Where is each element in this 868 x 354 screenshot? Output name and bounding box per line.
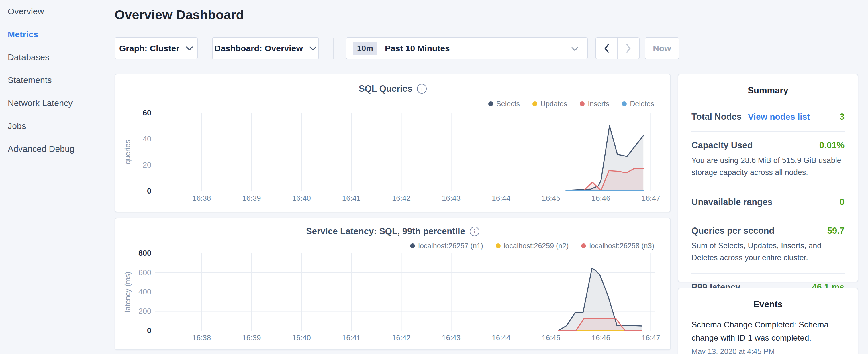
svg-text:16:44: 16:44 bbox=[492, 333, 510, 342]
svg-text:16:41: 16:41 bbox=[342, 194, 361, 202]
summary-row: Unavailable ranges0 bbox=[691, 188, 844, 217]
svg-text:16:45: 16:45 bbox=[541, 333, 560, 342]
summary-heading: Summary bbox=[678, 85, 858, 96]
summary-row-description: Sum of Selects, Updates, Inserts, and De… bbox=[691, 240, 844, 264]
svg-text:16:40: 16:40 bbox=[292, 333, 311, 342]
svg-text:16:40: 16:40 bbox=[292, 194, 311, 202]
dashboard-dropdown[interactable]: Dashboard: Overview bbox=[212, 37, 319, 59]
svg-text:16:38: 16:38 bbox=[192, 333, 211, 342]
svg-text:16:38: 16:38 bbox=[192, 194, 211, 202]
summary-row-value: 59.7 bbox=[827, 226, 844, 236]
sidebar-item-network-latency[interactable]: Network Latency bbox=[0, 92, 115, 115]
sql-queries-chart-card: SQL Queries i SelectsUpdatesInsertsDelet… bbox=[115, 74, 671, 212]
sidebar-item-jobs[interactable]: Jobs bbox=[0, 115, 115, 137]
graph-dropdown-label: Graph: Cluster bbox=[119, 43, 179, 53]
sidebar-item-metrics[interactable]: Metrics bbox=[0, 23, 115, 46]
summary-row-value: 3 bbox=[840, 112, 844, 122]
summary-row-label: Total Nodes bbox=[691, 112, 742, 122]
sidebar-item-overview[interactable]: Overview bbox=[0, 0, 115, 23]
svg-text:16:46: 16:46 bbox=[592, 194, 610, 202]
svg-text:latency (ms): latency (ms) bbox=[123, 271, 132, 312]
event-item[interactable]: Schema Change Completed: Schema change w… bbox=[691, 318, 844, 354]
time-range-badge: 10m bbox=[353, 42, 377, 55]
sidebar-item-advanced-debug[interactable]: Advanced Debug bbox=[0, 137, 115, 160]
sql-queries-chart[interactable]: 020406016:3816:3916:4016:4116:4216:4316:… bbox=[115, 74, 672, 213]
svg-text:queries: queries bbox=[123, 140, 132, 164]
summary-row-head: Queries per second59.7 bbox=[691, 226, 844, 236]
time-range-dropdown[interactable]: 10m Past 10 Minutes bbox=[346, 37, 588, 59]
svg-text:16:39: 16:39 bbox=[242, 333, 261, 342]
summary-row: Total NodesView nodes list3 bbox=[691, 103, 844, 131]
dashboard-dropdown-label: Dashboard: Overview bbox=[214, 43, 303, 53]
time-step-group bbox=[595, 37, 640, 59]
summary-row-value: 0.01% bbox=[819, 140, 844, 151]
summary-row: Queries per second59.7Sum of Selects, Up… bbox=[691, 217, 844, 273]
svg-text:800: 800 bbox=[138, 249, 151, 257]
svg-text:200: 200 bbox=[138, 307, 151, 316]
now-button-label: Now bbox=[653, 43, 671, 53]
summary-row-value: 0 bbox=[840, 197, 844, 207]
service-latency-chart-card: Service Latency: SQL, 99th percentile i … bbox=[115, 218, 671, 350]
chevron-down-icon bbox=[186, 46, 193, 51]
summary-panel: Summary Total NodesView nodes list3Capac… bbox=[678, 74, 858, 282]
page-title: Overview Dashboard bbox=[115, 7, 244, 22]
svg-text:16:46: 16:46 bbox=[592, 333, 610, 342]
divider bbox=[333, 38, 334, 59]
summary-row-description: You are using 28.6 MiB of 515.9 GiB usab… bbox=[691, 155, 844, 179]
svg-text:16:43: 16:43 bbox=[442, 333, 461, 342]
chevron-left-icon bbox=[604, 44, 610, 53]
chevron-down-icon bbox=[571, 43, 579, 53]
svg-text:400: 400 bbox=[138, 288, 151, 296]
next-time-button[interactable] bbox=[618, 38, 639, 59]
prev-time-button[interactable] bbox=[596, 38, 618, 59]
summary-row-label: Capacity Used bbox=[691, 140, 753, 151]
view-nodes-list-link[interactable]: View nodes list bbox=[748, 112, 810, 122]
event-timestamp: May 13, 2020 at 4:45 PM bbox=[691, 347, 844, 354]
controls-bar: Graph: Cluster Dashboard: Overview 10m P… bbox=[115, 37, 688, 59]
sidebar-item-statements[interactable]: Statements bbox=[0, 69, 115, 92]
now-button[interactable]: Now bbox=[645, 37, 679, 59]
svg-text:0: 0 bbox=[147, 326, 151, 335]
sidebar: OverviewMetricsDatabasesStatementsNetwor… bbox=[0, 0, 115, 354]
svg-text:40: 40 bbox=[143, 135, 151, 143]
time-range-label: Past 10 Minutes bbox=[385, 43, 571, 53]
svg-text:16:39: 16:39 bbox=[242, 194, 261, 202]
svg-text:16:43: 16:43 bbox=[442, 194, 461, 202]
svg-text:16:44: 16:44 bbox=[492, 194, 510, 202]
svg-text:16:42: 16:42 bbox=[392, 194, 411, 202]
sidebar-item-databases[interactable]: Databases bbox=[0, 46, 115, 69]
summary-row-head: Total NodesView nodes list3 bbox=[691, 112, 844, 122]
svg-text:16:47: 16:47 bbox=[642, 194, 660, 202]
events-panel: Events Schema Change Completed: Schema c… bbox=[678, 288, 858, 354]
events-heading: Events bbox=[678, 299, 858, 310]
svg-text:0: 0 bbox=[147, 187, 151, 195]
summary-row-label: Unavailable ranges bbox=[691, 197, 773, 207]
summary-row-head: Unavailable ranges0 bbox=[691, 197, 844, 207]
service-latency-chart[interactable]: 020040060080016:3816:3916:4016:4116:4216… bbox=[115, 218, 672, 351]
svg-text:16:41: 16:41 bbox=[342, 333, 361, 342]
summary-row-head: Capacity Used0.01% bbox=[691, 140, 844, 151]
svg-text:600: 600 bbox=[138, 268, 151, 277]
svg-text:60: 60 bbox=[143, 108, 151, 117]
svg-text:16:42: 16:42 bbox=[392, 333, 411, 342]
chevron-down-icon bbox=[309, 46, 317, 51]
event-text: Schema Change Completed: Schema change w… bbox=[691, 318, 844, 344]
svg-text:20: 20 bbox=[143, 161, 151, 169]
graph-dropdown[interactable]: Graph: Cluster bbox=[115, 37, 198, 59]
svg-text:16:47: 16:47 bbox=[642, 333, 660, 342]
summary-row-label: Queries per second bbox=[691, 226, 774, 236]
chevron-right-icon bbox=[626, 44, 631, 53]
summary-row: Capacity Used0.01%You are using 28.6 MiB… bbox=[691, 131, 844, 188]
svg-text:16:45: 16:45 bbox=[541, 194, 560, 202]
